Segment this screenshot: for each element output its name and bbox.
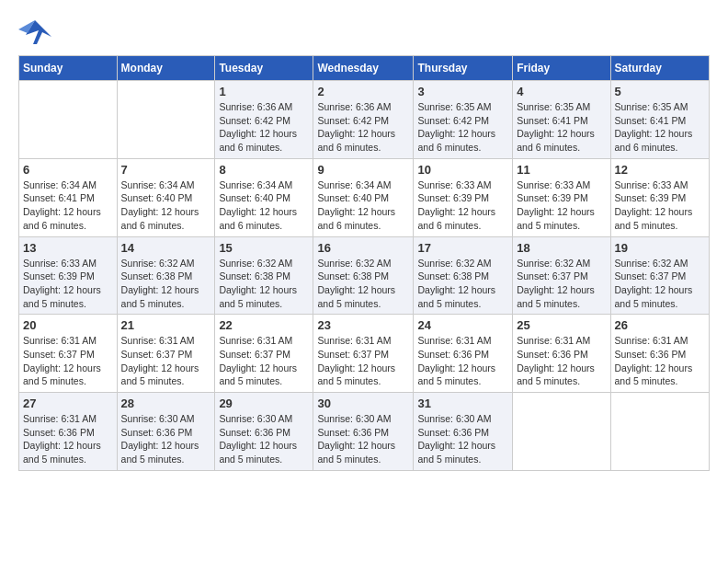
day-info: Sunrise: 6:31 AM Sunset: 6:37 PM Dayligh… — [23, 334, 113, 388]
day-info: Sunrise: 6:32 AM Sunset: 6:38 PM Dayligh… — [121, 257, 211, 311]
day-info: Sunrise: 6:34 AM Sunset: 6:40 PM Dayligh… — [121, 178, 211, 233]
day-number: 27 — [23, 396, 113, 410]
day-info: Sunrise: 6:30 AM Sunset: 6:36 PM Dayligh… — [317, 412, 409, 466]
day-info: Sunrise: 6:33 AM Sunset: 6:39 PM Dayligh… — [517, 178, 606, 233]
calendar-week-2: 6Sunrise: 6:34 AM Sunset: 6:41 PM Daylig… — [19, 158, 710, 236]
calendar-cell: 9Sunrise: 6:34 AM Sunset: 6:40 PM Daylig… — [313, 158, 414, 236]
header-friday: Friday — [513, 56, 610, 81]
calendar-cell: 29Sunrise: 6:30 AM Sunset: 6:36 PM Dayli… — [215, 393, 313, 471]
header-thursday: Thursday — [414, 56, 513, 81]
calendar-cell: 8Sunrise: 6:34 AM Sunset: 6:40 PM Daylig… — [215, 158, 313, 236]
calendar-cell: 19Sunrise: 6:32 AM Sunset: 6:37 PM Dayli… — [610, 236, 709, 315]
day-info: Sunrise: 6:34 AM Sunset: 6:40 PM Dayligh… — [219, 178, 309, 233]
day-number: 25 — [517, 318, 606, 332]
day-number: 1 — [219, 85, 309, 98]
day-number: 8 — [219, 163, 309, 177]
day-info: Sunrise: 6:32 AM Sunset: 6:38 PM Dayligh… — [417, 257, 508, 311]
calendar-cell — [117, 81, 215, 159]
day-info: Sunrise: 6:31 AM Sunset: 6:37 PM Dayligh… — [219, 334, 309, 388]
day-number: 14 — [121, 241, 211, 255]
calendar-week-1: 1Sunrise: 6:36 AM Sunset: 6:42 PM Daylig… — [19, 81, 710, 159]
calendar-cell: 17Sunrise: 6:32 AM Sunset: 6:38 PM Dayli… — [414, 236, 513, 315]
calendar-cell: 20Sunrise: 6:31 AM Sunset: 6:37 PM Dayli… — [19, 315, 118, 393]
day-info: Sunrise: 6:30 AM Sunset: 6:36 PM Dayligh… — [417, 412, 508, 466]
day-number: 31 — [417, 396, 508, 410]
day-info: Sunrise: 6:33 AM Sunset: 6:39 PM Dayligh… — [615, 178, 705, 233]
calendar-week-5: 27Sunrise: 6:31 AM Sunset: 6:36 PM Dayli… — [19, 393, 710, 471]
calendar-cell: 21Sunrise: 6:31 AM Sunset: 6:37 PM Dayli… — [117, 315, 215, 393]
day-number: 11 — [517, 163, 606, 177]
calendar-table: SundayMondayTuesdayWednesdayThursdayFrid… — [18, 55, 710, 471]
header-sunday: Sunday — [19, 56, 118, 81]
calendar-cell: 31Sunrise: 6:30 AM Sunset: 6:36 PM Dayli… — [414, 393, 513, 471]
calendar-cell: 7Sunrise: 6:34 AM Sunset: 6:40 PM Daylig… — [117, 158, 215, 236]
day-info: Sunrise: 6:32 AM Sunset: 6:37 PM Dayligh… — [517, 257, 606, 311]
day-number: 15 — [219, 241, 309, 255]
day-info: Sunrise: 6:31 AM Sunset: 6:37 PM Dayligh… — [121, 334, 211, 388]
calendar-cell: 11Sunrise: 6:33 AM Sunset: 6:39 PM Dayli… — [513, 158, 610, 236]
calendar-cell: 6Sunrise: 6:34 AM Sunset: 6:41 PM Daylig… — [19, 158, 118, 236]
header-monday: Monday — [117, 56, 215, 81]
calendar-cell: 5Sunrise: 6:35 AM Sunset: 6:41 PM Daylig… — [610, 81, 709, 159]
calendar-cell: 14Sunrise: 6:32 AM Sunset: 6:38 PM Dayli… — [117, 236, 215, 315]
day-info: Sunrise: 6:36 AM Sunset: 6:42 PM Dayligh… — [219, 100, 309, 155]
day-info: Sunrise: 6:36 AM Sunset: 6:42 PM Dayligh… — [317, 100, 409, 155]
day-number: 3 — [417, 85, 508, 98]
day-number: 20 — [23, 318, 113, 332]
day-info: Sunrise: 6:32 AM Sunset: 6:37 PM Dayligh… — [615, 257, 705, 311]
day-number: 17 — [417, 241, 508, 255]
day-number: 6 — [23, 163, 113, 177]
logo-icon — [18, 18, 51, 46]
day-number: 12 — [615, 163, 705, 177]
calendar-cell: 28Sunrise: 6:30 AM Sunset: 6:36 PM Dayli… — [117, 393, 215, 471]
calendar-cell: 2Sunrise: 6:36 AM Sunset: 6:42 PM Daylig… — [313, 81, 414, 159]
calendar-cell — [19, 81, 118, 159]
day-number: 9 — [317, 163, 409, 177]
calendar-week-3: 13Sunrise: 6:33 AM Sunset: 6:39 PM Dayli… — [19, 236, 710, 315]
calendar-cell: 15Sunrise: 6:32 AM Sunset: 6:38 PM Dayli… — [215, 236, 313, 315]
calendar-cell: 25Sunrise: 6:31 AM Sunset: 6:36 PM Dayli… — [513, 315, 610, 393]
logo — [18, 18, 55, 46]
calendar-cell: 23Sunrise: 6:31 AM Sunset: 6:37 PM Dayli… — [313, 315, 414, 393]
day-number: 18 — [517, 241, 606, 255]
calendar-header-row: SundayMondayTuesdayWednesdayThursdayFrid… — [19, 56, 710, 81]
calendar-cell: 27Sunrise: 6:31 AM Sunset: 6:36 PM Dayli… — [19, 393, 118, 471]
day-number: 19 — [615, 241, 705, 255]
day-info: Sunrise: 6:35 AM Sunset: 6:42 PM Dayligh… — [417, 100, 508, 155]
day-number: 23 — [317, 318, 409, 332]
calendar-cell: 26Sunrise: 6:31 AM Sunset: 6:36 PM Dayli… — [610, 315, 709, 393]
header-wednesday: Wednesday — [313, 56, 414, 81]
day-number: 7 — [121, 163, 211, 177]
day-info: Sunrise: 6:30 AM Sunset: 6:36 PM Dayligh… — [121, 412, 211, 466]
calendar-cell: 18Sunrise: 6:32 AM Sunset: 6:37 PM Dayli… — [513, 236, 610, 315]
calendar-cell: 4Sunrise: 6:35 AM Sunset: 6:41 PM Daylig… — [513, 81, 610, 159]
calendar-cell: 13Sunrise: 6:33 AM Sunset: 6:39 PM Dayli… — [19, 236, 118, 315]
day-info: Sunrise: 6:31 AM Sunset: 6:37 PM Dayligh… — [317, 334, 409, 388]
day-number: 13 — [23, 241, 113, 255]
calendar-cell — [513, 393, 610, 471]
day-number: 26 — [615, 318, 705, 332]
day-info: Sunrise: 6:34 AM Sunset: 6:41 PM Dayligh… — [23, 178, 113, 233]
calendar-cell: 30Sunrise: 6:30 AM Sunset: 6:36 PM Dayli… — [313, 393, 414, 471]
calendar-week-4: 20Sunrise: 6:31 AM Sunset: 6:37 PM Dayli… — [19, 315, 710, 393]
day-info: Sunrise: 6:32 AM Sunset: 6:38 PM Dayligh… — [317, 257, 409, 311]
page-header — [18, 18, 710, 46]
day-number: 5 — [615, 85, 705, 98]
calendar-cell: 3Sunrise: 6:35 AM Sunset: 6:42 PM Daylig… — [414, 81, 513, 159]
calendar-cell: 24Sunrise: 6:31 AM Sunset: 6:36 PM Dayli… — [414, 315, 513, 393]
day-info: Sunrise: 6:30 AM Sunset: 6:36 PM Dayligh… — [219, 412, 309, 466]
day-info: Sunrise: 6:31 AM Sunset: 6:36 PM Dayligh… — [417, 334, 508, 388]
header-tuesday: Tuesday — [215, 56, 313, 81]
day-number: 16 — [317, 241, 409, 255]
day-info: Sunrise: 6:34 AM Sunset: 6:40 PM Dayligh… — [317, 178, 409, 233]
day-number: 28 — [121, 396, 211, 410]
day-info: Sunrise: 6:33 AM Sunset: 6:39 PM Dayligh… — [23, 257, 113, 311]
day-number: 22 — [219, 318, 309, 332]
day-info: Sunrise: 6:33 AM Sunset: 6:39 PM Dayligh… — [417, 178, 508, 233]
calendar-cell: 10Sunrise: 6:33 AM Sunset: 6:39 PM Dayli… — [414, 158, 513, 236]
day-number: 4 — [517, 85, 606, 98]
calendar-cell: 1Sunrise: 6:36 AM Sunset: 6:42 PM Daylig… — [215, 81, 313, 159]
day-number: 10 — [417, 163, 508, 177]
day-number: 21 — [121, 318, 211, 332]
calendar-cell: 12Sunrise: 6:33 AM Sunset: 6:39 PM Dayli… — [610, 158, 709, 236]
